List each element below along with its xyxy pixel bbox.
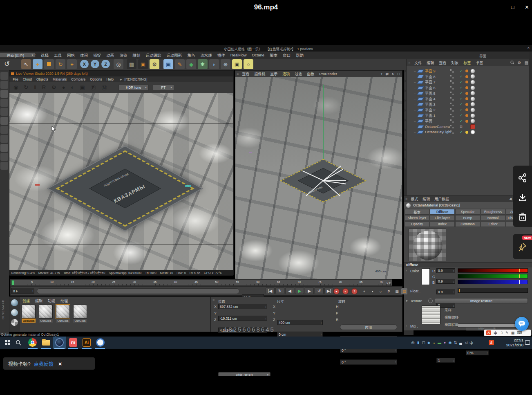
visibility-toggle[interactable] bbox=[450, 125, 454, 128]
material-channel-tab[interactable]: Bump bbox=[455, 215, 480, 221]
g-value-field[interactable]: 0.9 bbox=[436, 279, 455, 284]
material-item[interactable]: OctGlos bbox=[39, 305, 53, 323]
view-ball-icon[interactable] bbox=[11, 299, 18, 306]
keyframe-toggle-button[interactable]: ○ bbox=[378, 288, 384, 294]
c4d-menu-item[interactable]: 窗口 bbox=[283, 52, 291, 58]
object-manager-menu-item[interactable]: 查看 bbox=[439, 60, 446, 65]
view-ball-icon[interactable] bbox=[11, 309, 18, 316]
tray-icon[interactable]: ◎ bbox=[410, 341, 416, 345]
tray-icon[interactable]: ▢ bbox=[421, 341, 426, 345]
object-row[interactable]: – 平面 bbox=[414, 118, 525, 124]
object-row[interactable]: – 平面.6 bbox=[414, 85, 525, 91]
visibility-toggle[interactable] bbox=[450, 119, 454, 123]
back-arrow-icon[interactable]: ◀ bbox=[509, 197, 512, 201]
mode-icon[interactable] bbox=[0, 144, 8, 152]
c4d-minimize-button[interactable]: – bbox=[521, 46, 523, 50]
texture-tag-icon[interactable] bbox=[470, 85, 475, 90]
render-view-button[interactable]: ▥ bbox=[127, 59, 136, 69]
material-manager-menu-item[interactable]: 功能 bbox=[48, 298, 55, 303]
viewport-menu-item[interactable]: 面板 bbox=[307, 71, 314, 76]
toast-close-icon[interactable]: × bbox=[58, 360, 62, 367]
pin-icon[interactable] bbox=[518, 242, 528, 253]
record-position-button[interactable]: ● bbox=[333, 288, 340, 294]
timeline-scrollbar[interactable] bbox=[37, 288, 239, 294]
material-channel-tab[interactable]: Index bbox=[430, 221, 455, 227]
material-channel-tab[interactable]: Film layer bbox=[430, 215, 455, 221]
viewport-menu-item[interactable]: ProRender bbox=[319, 72, 337, 76]
mode-icon[interactable] bbox=[0, 117, 8, 125]
material-channel-tab[interactable]: Diffuse bbox=[430, 209, 455, 215]
apply-button[interactable]: 应用 bbox=[340, 324, 397, 330]
share-icon[interactable] bbox=[518, 173, 528, 183]
live-viewer-tool-icon[interactable]: Ⓜ bbox=[102, 83, 107, 91]
live-viewer-menu-item[interactable]: Objects bbox=[36, 77, 48, 81]
transport-button[interactable]: ◀ bbox=[285, 287, 294, 294]
enabled-check-icon[interactable] bbox=[460, 69, 463, 73]
b-value-field[interactable]: 0.9 bbox=[436, 290, 455, 294]
scale-tool[interactable] bbox=[44, 59, 54, 69]
add-field-button[interactable]: ◗ bbox=[209, 59, 219, 69]
chat-bubble-button[interactable] bbox=[515, 317, 529, 331]
live-viewer-menu-item[interactable]: Compare bbox=[71, 77, 85, 81]
texture-tag-icon[interactable] bbox=[470, 102, 475, 107]
trash-icon[interactable] bbox=[518, 212, 527, 222]
enabled-check-icon[interactable] bbox=[460, 97, 463, 101]
material-channel-tab[interactable]: Opacity bbox=[405, 221, 429, 227]
add-deformer-button[interactable]: ✱ bbox=[198, 59, 208, 69]
live-viewer-tool-icon[interactable]: ⚙ bbox=[51, 84, 56, 90]
live-viewer-titlebar[interactable]: Live Viewer Studio 2020 1.5-R4 (289 days… bbox=[9, 71, 233, 76]
tray-icon[interactable]: ◉ bbox=[447, 341, 453, 345]
c4d-menu-item[interactable]: 选择 bbox=[41, 52, 49, 58]
c4d-menu-item[interactable]: RealFlow bbox=[230, 53, 247, 57]
mix-value-field[interactable]: 1 bbox=[436, 358, 455, 363]
download-icon[interactable] bbox=[518, 193, 528, 202]
material-manager-menu-item[interactable]: 编辑 bbox=[35, 298, 42, 303]
visibility-toggle[interactable] bbox=[450, 75, 454, 79]
g-slider[interactable] bbox=[458, 274, 528, 278]
taskbar-app-octane[interactable] bbox=[94, 337, 107, 349]
texture-tag-icon[interactable] bbox=[470, 80, 475, 85]
enabled-check-icon[interactable] bbox=[460, 125, 463, 128]
timeline-options-icon[interactable]: ▤ bbox=[401, 288, 407, 294]
render-settings-button[interactable]: ⚙ bbox=[150, 59, 159, 69]
transport-button[interactable]: ▶ bbox=[295, 287, 304, 294]
add-generator-button[interactable]: ◆ bbox=[186, 59, 196, 69]
visibility-toggle[interactable] bbox=[450, 86, 454, 90]
enabled-check-icon[interactable] bbox=[460, 114, 463, 117]
material-tag-icon[interactable] bbox=[465, 120, 468, 123]
live-selection-tool[interactable]: ↖ bbox=[21, 59, 31, 69]
size-x-field[interactable]: 400 cm bbox=[277, 320, 323, 325]
visibility-toggle[interactable] bbox=[450, 80, 454, 84]
viewport-menu-item[interactable]: 显示 bbox=[270, 71, 277, 76]
enabled-check-icon[interactable] bbox=[460, 75, 463, 79]
mode-icon[interactable] bbox=[0, 99, 8, 107]
material-item[interactable]: OctGlos bbox=[56, 305, 70, 323]
ime-tool-icon[interactable]: 中 bbox=[494, 330, 497, 336]
texture-tag-icon[interactable] bbox=[470, 91, 475, 96]
object-row[interactable]: – 平面.1 bbox=[414, 113, 525, 119]
taskbar-search-icon[interactable] bbox=[16, 340, 21, 346]
object-row[interactable]: – 平面.2 bbox=[414, 107, 525, 113]
texture-tag-icon[interactable] bbox=[470, 113, 475, 118]
live-viewer-tool-icon[interactable]: ‖ bbox=[34, 84, 36, 90]
material-channel-tab[interactable]: Sheen layer bbox=[405, 215, 429, 221]
tray-icon[interactable]: ▮ bbox=[416, 341, 421, 345]
r-slider[interactable] bbox=[458, 268, 528, 273]
keyframe-toggle-button[interactable]: P bbox=[386, 288, 392, 294]
attribute-menu-item[interactable]: 编辑 bbox=[422, 196, 430, 202]
playhead[interactable] bbox=[11, 280, 14, 285]
enabled-check-icon[interactable] bbox=[460, 86, 463, 90]
axis-lock-button[interactable]: X bbox=[80, 60, 89, 68]
hdr-tone-dropdown[interactable]: HDR tone bbox=[118, 84, 149, 91]
object-row[interactable]: – 平面.3 bbox=[414, 102, 525, 108]
object-row[interactable]: – OctaneDayLight bbox=[414, 130, 525, 135]
taskbar-app-chrome[interactable] bbox=[26, 337, 39, 349]
axis-lock-button[interactable]: Y bbox=[91, 60, 99, 68]
c4d-menu-item[interactable]: 流水线 bbox=[200, 52, 212, 58]
c4d-menu-item[interactable]: 插件 bbox=[217, 52, 225, 58]
attribute-menu-item[interactable]: 用户数据 bbox=[434, 196, 449, 202]
material-tag-icon[interactable] bbox=[465, 70, 468, 72]
visibility-toggle[interactable] bbox=[450, 130, 454, 134]
tray-icon[interactable]: ▬ bbox=[437, 341, 442, 345]
b-slider[interactable] bbox=[458, 280, 528, 284]
